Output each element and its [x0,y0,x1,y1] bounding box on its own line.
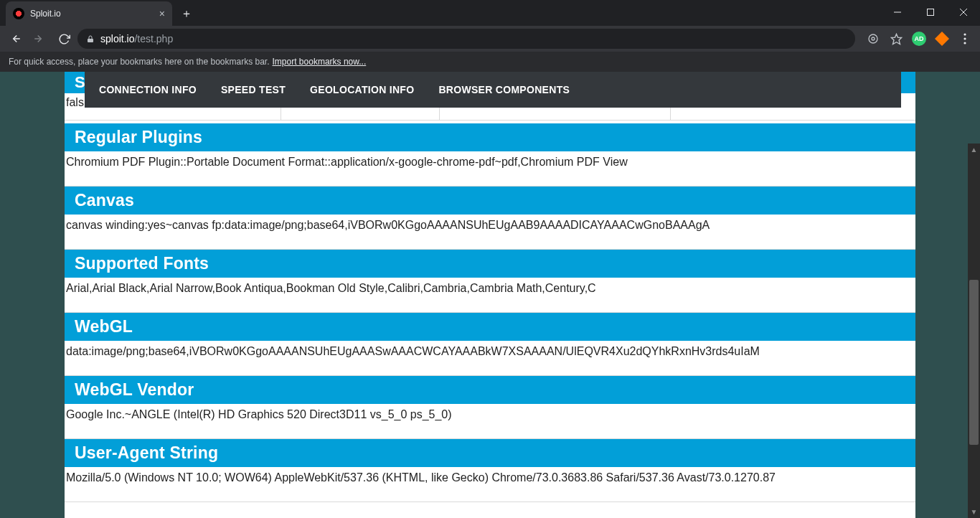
nav-browser-components[interactable]: BROWSER COMPONENTS [438,84,570,95]
lock-icon [86,34,95,44]
section-header-supported-fonts: Supported Fonts [65,250,915,278]
window-close-button[interactable] [947,1,980,23]
section-header-webgl: WebGL [65,313,915,341]
section-value-canvas: canvas winding:yes~canvas fp:data:image/… [65,215,915,250]
page-nav: CONNECTION INFO SPEED TEST GEOLOCATION I… [85,72,901,108]
scrollbar-thumb[interactable] [969,280,979,445]
url-host: sploit.io [100,33,134,44]
window-controls [881,1,980,23]
page-viewport: S CONNECTION INFO SPEED TEST GEOLOCATION… [0,72,980,518]
tab-title: Sploit.io [30,9,154,19]
bookmarks-hint-text: For quick access, place your bookmarks h… [9,57,270,67]
ad-badge: AD [912,32,926,46]
section-value-webgl: data:image/png;base64,iVBORw0KGgoAAAANSU… [65,341,915,376]
avast-icon [935,32,949,46]
close-tab-icon[interactable]: × [159,8,165,19]
nav-geolocation-info[interactable]: GEOLOCATION INFO [310,84,414,95]
page-background: S CONNECTION INFO SPEED TEST GEOLOCATION… [0,72,980,518]
svg-point-7 [869,34,877,43]
nav-connection-info[interactable]: CONNECTION INFO [99,84,197,95]
extension-ad-icon[interactable]: AD [908,28,930,50]
bookmark-star-icon[interactable] [885,28,907,50]
section-header-user-agent: User-Agent String [65,439,915,467]
section-value-regular-plugins: Chromium PDF Plugin::Portable Document F… [65,151,915,187]
svg-marker-9 [891,34,901,44]
svg-rect-1 [928,9,934,16]
window-minimize-button[interactable] [881,1,914,23]
forward-button[interactable] [29,28,50,50]
sections: Regular Plugins Chromium PDF Plugin::Por… [65,123,915,502]
section-value-webgl-vendor: Google Inc.~ANGLE (Intel(R) HD Graphics … [65,404,915,439]
url-text: sploit.io/test.php [100,33,173,44]
section-value-user-agent: Mozilla/5.0 (Windows NT 10.0; WOW64) App… [65,467,915,502]
import-bookmarks-link[interactable]: Import bookmarks now... [273,57,367,67]
nav-speed-test[interactable]: SPEED TEST [221,84,286,95]
back-button[interactable] [4,28,26,50]
tab-favicon [13,8,24,19]
section-header-partial-text: S [75,73,85,92]
toolbar-right: AD [862,28,976,50]
site-info-icon[interactable] [862,28,884,50]
address-bar[interactable]: sploit.io/test.php [77,29,855,49]
section-value-supported-fonts: Arial,Arial Black,Arial Narrow,Book Anti… [65,278,915,313]
scrollbar-down-arrow[interactable]: ▼ [968,506,980,518]
svg-point-11 [963,37,966,39]
reload-button[interactable] [53,28,75,50]
svg-rect-6 [88,39,93,42]
new-tab-button[interactable]: ＋ [176,4,197,24]
vertical-scrollbar[interactable]: ▲ ▼ [968,143,980,518]
section-header-canvas: Canvas [65,187,915,215]
browser-menu-button[interactable] [954,28,976,50]
section-header-webgl-vendor: WebGL Vendor [65,376,915,404]
page-content: S CONNECTION INFO SPEED TEST GEOLOCATION… [65,72,915,518]
browser-tab[interactable]: Sploit.io × [6,1,172,26]
url-path: /test.php [134,33,173,44]
bookmarks-bar: For quick access, place your bookmarks h… [0,52,980,72]
svg-point-12 [963,42,966,44]
svg-point-8 [872,37,875,40]
browser-titlebar: Sploit.io × ＋ [0,0,980,26]
section-header-regular-plugins: Regular Plugins [65,123,915,151]
browser-toolbar: sploit.io/test.php AD [0,26,980,52]
extension-avast-icon[interactable] [931,28,953,50]
svg-point-10 [963,33,966,35]
scrollbar-up-arrow[interactable]: ▲ [968,143,980,156]
window-maximize-button[interactable] [914,1,947,23]
